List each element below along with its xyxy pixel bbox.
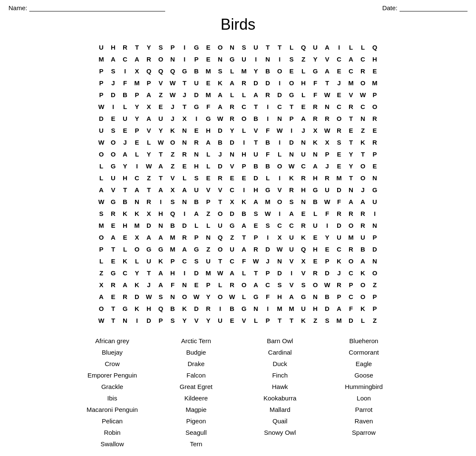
word-item: Emporer Penguin	[73, 371, 152, 380]
grid-cell: U	[310, 41, 321, 53]
word-list: African greyArctic TernBarn OwlBlueheron…	[73, 336, 404, 448]
grid-cell: A	[96, 184, 107, 196]
grid-cell: A	[119, 279, 131, 291]
grid-cell: Z	[203, 207, 214, 219]
grid-cell: N	[274, 112, 286, 124]
grid-cell: V	[286, 279, 298, 291]
grid-cell: T	[119, 184, 131, 196]
grid-cell: K	[357, 267, 369, 279]
grid-cell: H	[119, 172, 131, 184]
grid-cell: J	[143, 279, 155, 291]
grid-cell: T	[345, 136, 357, 148]
grid-cell: B	[357, 243, 369, 255]
grid-cell: L	[119, 101, 131, 112]
grid-cell: D	[179, 219, 191, 231]
grid-row: USEPVYKNEHDYLVFWIJXWREZE	[96, 124, 381, 136]
grid-row: SRKKXHQIAZODBSWIAELFRRRI	[96, 207, 381, 219]
grid-cell: K	[131, 207, 143, 219]
grid-cell: P	[286, 112, 298, 124]
grid-cell: J	[179, 89, 191, 101]
grid-cell: C	[333, 101, 345, 112]
grid-cell: Z	[298, 53, 310, 65]
grid-cell: V	[274, 184, 286, 196]
grid-cell: A	[250, 279, 262, 291]
grid-cell: B	[310, 196, 321, 207]
grid-cell: J	[214, 148, 226, 160]
grid-cell: O	[357, 279, 369, 291]
grid-cell: W	[96, 101, 107, 112]
grid-cell: M	[203, 65, 214, 77]
grid-cell: F	[119, 77, 131, 89]
grid-cell: P	[369, 291, 381, 302]
grid-cell: T	[250, 267, 262, 279]
grid-row: OOALYTZRNLJNHUFLNUNPEYTP	[96, 148, 381, 160]
grid-cell: Q	[214, 231, 226, 243]
grid-cell: C	[274, 101, 286, 112]
grid-cell: I	[250, 53, 262, 65]
word-item: Kildeere	[156, 394, 236, 403]
grid-cell: Y	[119, 160, 131, 172]
word-item: Robin	[73, 428, 152, 437]
grid-cell: Y	[310, 53, 321, 65]
grid-cell: J	[167, 101, 179, 112]
word-item: Falcon	[156, 371, 236, 380]
grid-cell: E	[286, 65, 298, 77]
grid-cell: O	[357, 291, 369, 302]
grid-cell: A	[321, 65, 333, 77]
grid-cell: V	[238, 314, 250, 326]
grid-cell: G	[143, 243, 155, 255]
grid-cell: U	[143, 255, 155, 267]
word-item: Hummingbird	[324, 382, 404, 391]
grid-cell: C	[238, 101, 250, 112]
grid-cell: N	[179, 124, 191, 136]
grid-cell: T	[286, 101, 298, 112]
grid-cell: K	[119, 207, 131, 219]
grid-cell: Z	[96, 267, 107, 279]
grid-cell: L	[179, 172, 191, 184]
grid-cell: L	[131, 255, 143, 267]
grid-cell: Y	[131, 267, 143, 279]
grid-cell: Q	[143, 65, 155, 77]
grid-cell: M	[274, 302, 286, 314]
grid-cell: Z	[226, 231, 238, 243]
grid-cell: W	[143, 160, 155, 172]
grid-cell: B	[167, 302, 179, 314]
grid-cell: C	[131, 172, 143, 184]
grid-cell: R	[310, 267, 321, 279]
grid-cell: W	[274, 124, 286, 136]
grid-cell: L	[143, 136, 155, 148]
grid-cell: R	[357, 65, 369, 77]
grid-cell: W	[226, 291, 238, 302]
grid-row: PDBPAZWJDMALLARDGLFWEVWP	[96, 89, 381, 101]
grid-cell: J	[119, 136, 131, 148]
grid-cell: O	[274, 65, 286, 77]
grid-cell: L	[274, 148, 286, 160]
grid-cell: A	[203, 136, 214, 148]
grid-cell: L	[238, 267, 250, 279]
grid-cell: M	[262, 196, 274, 207]
grid-cell: C	[333, 53, 345, 65]
grid-cell: Y	[131, 112, 143, 124]
grid-cell: O	[214, 207, 226, 219]
grid-cell: Z	[369, 279, 381, 291]
grid-cell: P	[96, 89, 107, 101]
grid-cell: M	[333, 172, 345, 184]
grid-cell: R	[321, 112, 333, 124]
grid-cell: G	[310, 184, 321, 196]
grid-cell: D	[321, 302, 333, 314]
grid-cell: S	[286, 53, 298, 65]
grid-cell: J	[333, 267, 345, 279]
grid-cell: A	[345, 196, 357, 207]
grid-cell: L	[286, 41, 298, 53]
grid-cell: I	[262, 112, 274, 124]
grid-cell: R	[107, 207, 119, 219]
grid-cell: S	[250, 207, 262, 219]
grid-cell: I	[262, 302, 274, 314]
grid-cell: G	[298, 291, 310, 302]
grid-cell: U	[226, 243, 238, 255]
grid-cell: Y	[179, 314, 191, 326]
grid-cell: F	[310, 77, 321, 89]
word-item: Hawk	[240, 382, 320, 391]
grid-cell: O	[345, 255, 357, 267]
grid-cell: P	[262, 314, 274, 326]
